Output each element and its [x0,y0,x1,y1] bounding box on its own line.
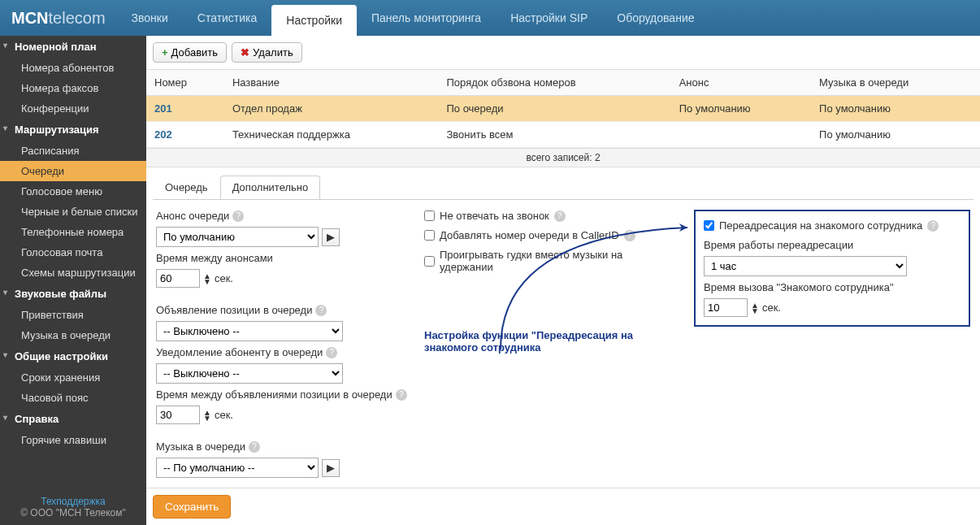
sidebar-item[interactable]: Очереди [0,161,146,181]
callerid-label: Добавлять номер очереди в CallerID [440,229,619,241]
play-icon[interactable]: ▶ [322,459,340,477]
redirect-label: Переадресация на знакомого сотрудника [719,219,922,232]
no-answer-label: Не отвечать на звонок [440,210,549,222]
nav-tab-2[interactable]: Настройки [271,5,357,36]
support-link[interactable]: Техподдержка [7,496,140,507]
help-icon[interactable]: ? [249,441,260,453]
notify-label: Уведомление абоненту в очереди [156,346,323,358]
sec-label: сек. [215,409,233,421]
sidebar-group[interactable]: Номерной план [0,36,146,58]
position-select[interactable]: -- Выключено -- [156,321,343,341]
x-icon: ✖ [241,46,249,59]
sec-label: сек. [215,272,233,284]
sidebar-item[interactable]: Конференции [0,98,146,119]
help-icon[interactable]: ? [624,230,635,241]
redir-call-input[interactable] [704,298,748,317]
logo-bold: MCN [11,9,49,27]
top-nav: MCNtelecom ЗвонкиСтатистикаНастройкиПане… [0,0,980,36]
help-icon[interactable]: ? [232,210,244,222]
help-icon[interactable]: ? [927,220,939,232]
nav-tab-1[interactable]: Статистика [183,0,272,36]
sidebar-item[interactable]: Голосовая почта [0,242,146,262]
records-count: всего записей: 2 [146,148,980,167]
annotation-text: Настройка функции "Переадресация на знак… [424,329,678,354]
music-select[interactable]: -- По умолчанию -- [156,458,319,478]
announce-select[interactable]: По умолчанию [156,227,319,247]
nav-tab-3[interactable]: Панель мониторинга [357,0,496,36]
sidebar-item[interactable]: Горячие клавиши [0,430,146,450]
nav-tab-4[interactable]: Настройки SIP [496,0,602,36]
sidebar-item[interactable]: Голосовое меню [0,181,146,202]
add-button[interactable]: +Добавить [153,42,227,63]
help-icon[interactable]: ? [315,305,327,316]
sidebar-item[interactable]: Приветствия [0,305,146,325]
sidebar-item[interactable]: Номера факсов [0,78,146,98]
sidebar-group[interactable]: Справка [0,408,146,430]
sidebar: Номерной планНомера абонентовНомера факс… [0,36,146,525]
detail-tabs: ОчередьДополнительно [153,176,973,200]
spinner-icon[interactable]: ▲▼ [203,273,211,284]
detail-tab[interactable]: Очередь [153,176,220,199]
sidebar-item[interactable]: Схемы маршрутизации [0,262,146,283]
music-label: Музыка в очереди [156,440,245,453]
table-row[interactable]: 202Техническая поддержкаЗвонить всемПо у… [146,122,980,148]
col-header[interactable]: Номер [146,70,224,96]
interval-label: Время между анонсами [156,252,408,264]
col-header[interactable]: Порядок обзвона номеров [438,70,670,96]
col-header[interactable]: Название [224,70,439,96]
nav-tab-0[interactable]: Звонки [117,0,183,36]
col-header[interactable]: Музыка в очереди [811,70,980,96]
copyright: © ООО "МСН Телеком" [7,507,140,518]
sidebar-group[interactable]: Звуковые файлы [0,283,146,305]
sidebar-item[interactable]: Часовой пояс [0,388,146,408]
spinner-icon[interactable]: ▲▼ [203,410,211,421]
logo: MCNtelecom [0,9,117,28]
announce-label: Анонс очереди [156,210,229,222]
redir-time-label: Время работы переадресации [704,239,960,251]
callerid-checkbox[interactable] [424,230,435,241]
redirect-box: Переадресация на знакомого сотрудника? В… [694,210,970,327]
interval-input[interactable] [156,269,200,288]
sidebar-group[interactable]: Маршрутизация [0,119,146,141]
redirect-checkbox[interactable] [704,220,714,231]
sidebar-item[interactable]: Музыка в очереди [0,325,146,345]
sidebar-item[interactable]: Черные и белые списки [0,202,146,222]
delete-button[interactable]: ✖Удалить [232,42,302,63]
col-header[interactable]: Анонс [671,70,811,96]
save-button[interactable]: Сохранить [153,495,231,518]
redir-call-label: Время вызова "Знакомого сотрудника" [704,281,960,293]
detail-tab[interactable]: Дополнительно [220,176,321,199]
sidebar-footer: Техподдержка © ООО "МСН Телеком" [0,489,146,525]
spinner-icon[interactable]: ▲▼ [751,302,759,314]
help-icon[interactable]: ? [326,347,337,358]
help-icon[interactable]: ? [554,210,566,222]
position-label: Объявление позиции в очереди [156,304,312,316]
sidebar-group[interactable]: Общие настройки [0,345,146,367]
sidebar-item[interactable]: Телефонные номера [0,222,146,242]
pos-interval-label: Время между объявлениями позиции в очере… [156,388,392,401]
beep-checkbox[interactable] [424,256,435,267]
queues-table: НомерНазваниеПорядок обзвона номеровАнон… [146,70,980,148]
help-icon[interactable]: ? [396,389,407,401]
toolbar: +Добавить ✖Удалить [146,36,980,70]
sidebar-item[interactable]: Расписания [0,141,146,161]
beep-label: Проигрывать гудки вместо музыки на удерж… [440,249,678,273]
sidebar-item[interactable]: Сроки хранения [0,367,146,388]
table-row[interactable]: 201Отдел продажПо очередиПо умолчаниюПо … [146,96,980,122]
plus-icon: + [162,46,168,59]
notify-select[interactable]: -- Выключено -- [156,363,343,384]
no-answer-checkbox[interactable] [424,210,435,221]
pos-interval-input[interactable] [156,406,200,424]
play-icon[interactable]: ▶ [322,228,340,246]
redir-time-select[interactable]: 1 час [704,256,907,276]
sidebar-item[interactable]: Номера абонентов [0,58,146,78]
nav-tab-5[interactable]: Оборудование [602,0,709,36]
sec-label: сек. [762,302,781,314]
logo-thin: telecom [49,9,106,27]
